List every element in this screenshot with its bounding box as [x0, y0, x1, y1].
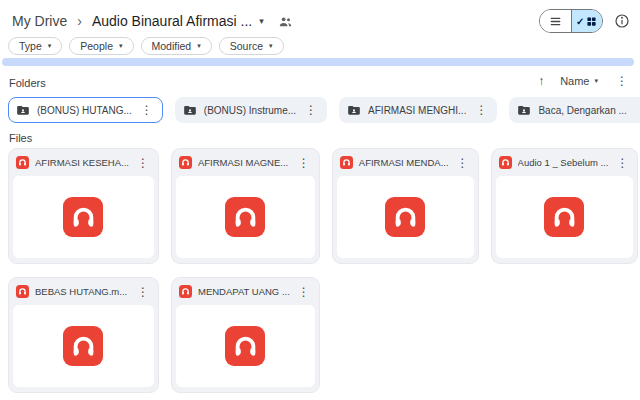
layout-toggle: ✓: [539, 9, 603, 33]
info-button[interactable]: [614, 13, 630, 29]
filter-chip-source[interactable]: Source ▾: [219, 37, 284, 55]
filter-chip-modified-label: Modified: [152, 40, 192, 52]
audio-thumbnail-icon: [63, 326, 103, 366]
audio-thumbnail-icon: [544, 197, 584, 237]
files-grid: AFIRMASI KESEHA... ⋮ AFIRMASI MAGNE... ⋮: [8, 148, 632, 393]
file-name: AFIRMASI KESEHA...: [35, 157, 129, 168]
folder-item[interactable]: AFIRMASI MENGHI... ⋮: [339, 97, 497, 123]
folder-item[interactable]: (BONUS) HUTANG... ⋮: [8, 97, 163, 123]
file-card-header: MENDAPAT UANG ... ⋮: [172, 278, 319, 305]
folder-actions-caret-icon[interactable]: ▾: [259, 16, 264, 26]
top-right-controls: ✓: [539, 9, 630, 33]
file-card-header: AFIRMASI KESEHA... ⋮: [9, 149, 158, 176]
folder-item[interactable]: (BONUS) Instrume... ⋮: [175, 97, 327, 123]
file-more-options-icon[interactable]: ⋮: [296, 286, 312, 298]
file-preview: [176, 305, 315, 387]
grid-view-icon: [586, 16, 597, 27]
more-options-icon[interactable]: ⋮: [614, 75, 630, 87]
list-view-icon: [549, 15, 562, 28]
audio-thumbnail-icon: [225, 326, 265, 366]
folders-grid: (BONUS) HUTANG... ⋮ (BONUS) Instrume... …: [8, 97, 632, 123]
shared-folder-icon: [16, 103, 30, 117]
breadcrumb-separator: ›: [77, 13, 82, 29]
folder-name: AFIRMASI MENGHI...: [368, 105, 466, 116]
file-preview: [13, 305, 154, 387]
filter-chip-people[interactable]: People ▾: [69, 37, 133, 55]
file-card-header: AFIRMASI MENDA... ⋮: [333, 149, 478, 176]
shared-folder-icon: [183, 103, 197, 117]
file-more-options-icon[interactable]: ⋮: [135, 286, 151, 298]
file-name: AFIRMASI MENDA...: [359, 157, 449, 168]
top-bar: My Drive › Audio Binaural Afirmasi ... ▾: [12, 8, 630, 34]
file-name: MENDAPAT UANG ...: [198, 286, 290, 297]
file-card[interactable]: AFIRMASI MENDA... ⋮: [332, 148, 479, 264]
folder-more-options-icon[interactable]: ⋮: [473, 104, 489, 116]
file-name: BEBAS HUTANG.m...: [35, 286, 129, 297]
audio-file-icon: [16, 156, 29, 169]
folder-more-options-icon[interactable]: ⋮: [303, 104, 319, 116]
folder-item[interactable]: Baca, Dengarkan ... ⋮: [509, 97, 640, 123]
filter-chip-type[interactable]: Type ▾: [8, 37, 62, 55]
chevron-down-icon: ▾: [197, 42, 201, 50]
sort-by-name-button[interactable]: Name ▾: [560, 75, 598, 87]
sort-controls: ↑ Name ▾ ⋮: [538, 74, 630, 88]
chevron-down-icon: ▾: [594, 77, 598, 85]
file-more-options-icon[interactable]: ⋮: [135, 157, 151, 169]
file-card[interactable]: BEBAS HUTANG.m... ⋮: [8, 277, 159, 393]
filter-chip-people-label: People: [80, 40, 113, 52]
audio-file-icon: [16, 285, 29, 298]
audio-file-icon: [340, 156, 353, 169]
audio-thumbnail-icon: [63, 197, 103, 237]
check-icon: ✓: [576, 16, 584, 27]
file-card[interactable]: AFIRMASI MAGNE... ⋮: [171, 148, 320, 264]
file-preview: [337, 176, 474, 258]
file-card-header: Audio 1 _ Sebelum ... ⋮: [492, 149, 638, 176]
file-preview: [496, 176, 634, 258]
file-more-options-icon[interactable]: ⋮: [296, 157, 312, 169]
files-section-label: Files: [9, 132, 32, 144]
sort-by-name-label: Name: [560, 75, 589, 87]
audio-file-icon: [179, 285, 192, 298]
file-card[interactable]: Audio 1 _ Sebelum ... ⋮: [491, 148, 639, 264]
file-preview: [176, 176, 315, 258]
audio-thumbnail-icon: [225, 197, 265, 237]
file-preview: [13, 176, 154, 258]
filter-chip-modified[interactable]: Modified ▾: [141, 37, 212, 55]
folders-section-label: Folders: [9, 77, 46, 89]
audio-file-icon: [179, 156, 192, 169]
file-more-options-icon[interactable]: ⋮: [614, 157, 630, 169]
folder-name: Baca, Dengarkan ...: [538, 105, 626, 116]
breadcrumb-current-folder[interactable]: Audio Binaural Afirmasi ...: [92, 13, 252, 29]
chevron-down-icon: ▾: [269, 42, 273, 50]
file-card[interactable]: MENDAPAT UANG ... ⋮: [171, 277, 320, 393]
filter-chips: Type ▾ People ▾ Modified ▾ Source ▾: [8, 37, 284, 55]
breadcrumb-my-drive[interactable]: My Drive: [12, 13, 67, 29]
filter-chip-type-label: Type: [19, 40, 42, 52]
sort-direction-arrow-icon[interactable]: ↑: [538, 74, 544, 88]
shared-folder-icon: [517, 103, 531, 117]
file-name: Audio 1 _ Sebelum ...: [518, 157, 609, 168]
chevron-down-icon: ▾: [119, 42, 123, 50]
file-name: AFIRMASI MAGNE...: [198, 157, 290, 168]
audio-thumbnail-icon: [385, 197, 425, 237]
list-view-button[interactable]: [540, 10, 571, 32]
folder-more-options-icon[interactable]: ⋮: [139, 104, 155, 116]
shared-folder-icon: [347, 103, 361, 117]
file-card[interactable]: AFIRMASI KESEHA... ⋮: [8, 148, 159, 264]
chevron-down-icon: ▾: [48, 42, 52, 50]
folder-name: (BONUS) HUTANG...: [37, 105, 132, 116]
filter-chip-source-label: Source: [230, 40, 263, 52]
grid-view-button[interactable]: ✓: [571, 10, 603, 32]
file-card-header: BEBAS HUTANG.m... ⋮: [9, 278, 158, 305]
folder-name: (BONUS) Instrume...: [204, 105, 296, 116]
horizontal-scrollbar[interactable]: [2, 58, 634, 66]
shared-people-icon: [278, 14, 293, 29]
folder-more-options-icon[interactable]: ⋮: [634, 104, 640, 116]
file-more-options-icon[interactable]: ⋮: [455, 157, 471, 169]
audio-file-icon: [499, 156, 512, 169]
file-card-header: AFIRMASI MAGNE... ⋮: [172, 149, 319, 176]
